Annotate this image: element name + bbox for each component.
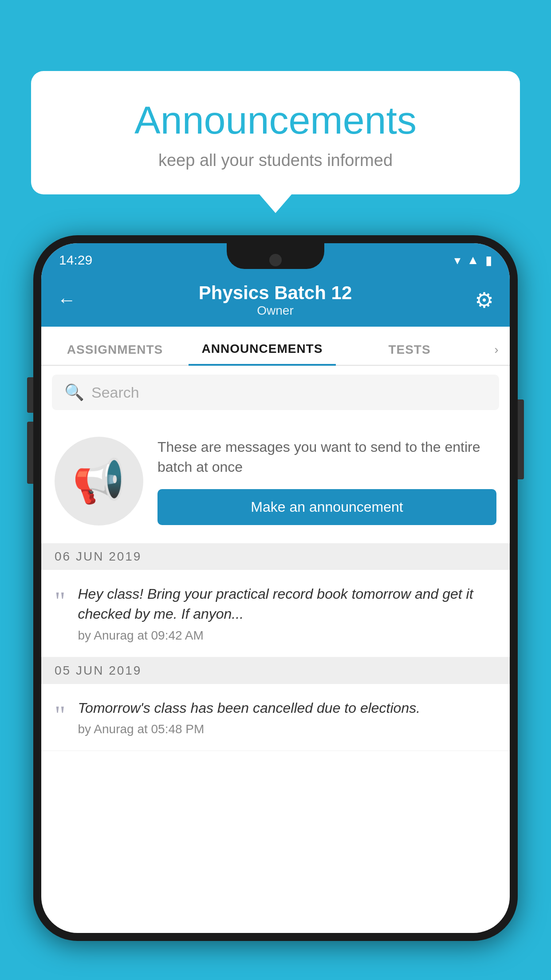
announcement-right: These are messages you want to send to t… [157, 437, 496, 526]
announcement-description: These are messages you want to send to t… [157, 437, 496, 477]
announcement-info-section: 📢 These are messages you want to send to… [41, 419, 510, 543]
status-time: 14:29 [59, 253, 92, 268]
date-divider-1: 06 JUN 2019 [41, 543, 510, 570]
side-button-left2 [27, 422, 33, 484]
side-button-left [27, 377, 33, 413]
announcement-text-1: Hey class! Bring your practical record b… [78, 584, 497, 624]
header-title: Physics Batch 12 [199, 282, 352, 304]
search-placeholder: Search [91, 384, 139, 401]
side-button-right [518, 399, 524, 479]
announcement-item-1[interactable]: " Hey class! Bring your practical record… [41, 570, 510, 657]
header-center: Physics Batch 12 Owner [199, 282, 352, 318]
speech-bubble: Announcements keep all your students inf… [31, 71, 520, 194]
search-section: 🔍 Search [41, 366, 510, 419]
megaphone-icon: 📢 [72, 456, 126, 506]
megaphone-circle: 📢 [55, 437, 143, 526]
battery-icon: ▮ [485, 253, 492, 268]
tab-tests[interactable]: TESTS [336, 343, 483, 365]
tabs-bar: ASSIGNMENTS ANNOUNCEMENTS TESTS › [41, 327, 510, 366]
wifi-icon: ▾ [454, 253, 460, 268]
make-announcement-button[interactable]: Make an announcement [157, 489, 496, 525]
status-icons: ▾ ▲ ▮ [454, 253, 492, 268]
announcement-text-2: Tomorrow's class has been cancelled due … [78, 698, 497, 718]
announcement-content-1: Hey class! Bring your practical record b… [78, 584, 497, 643]
announcement-content-2: Tomorrow's class has been cancelled due … [78, 698, 497, 737]
phone-screen: 14:29 ▾ ▲ ▮ ← Physics Batch 12 Owner ⚙ [41, 243, 510, 933]
search-bar[interactable]: 🔍 Search [52, 375, 499, 410]
tab-assignments[interactable]: ASSIGNMENTS [41, 343, 189, 365]
back-button[interactable]: ← [57, 289, 76, 311]
quote-icon-1: " [55, 584, 66, 614]
announcement-item-2[interactable]: " Tomorrow's class has been cancelled du… [41, 684, 510, 751]
bubble-title: Announcements [53, 98, 498, 143]
signal-icon: ▲ [467, 253, 479, 267]
app-header: ← Physics Batch 12 Owner ⚙ [41, 273, 510, 327]
tab-announcements[interactable]: ANNOUNCEMENTS [189, 342, 336, 366]
announcement-author-1: by Anurag at 09:42 AM [78, 628, 497, 643]
search-icon: 🔍 [64, 383, 84, 402]
phone-outer: 14:29 ▾ ▲ ▮ ← Physics Batch 12 Owner ⚙ [33, 235, 518, 941]
phone-container: 14:29 ▾ ▲ ▮ ← Physics Batch 12 Owner ⚙ [33, 235, 518, 980]
phone-notch [227, 243, 324, 269]
phone-camera [269, 254, 282, 266]
tab-more[interactable]: › [483, 343, 510, 365]
gear-icon[interactable]: ⚙ [475, 288, 494, 312]
bubble-subtitle: keep all your students informed [53, 151, 498, 170]
announcement-author-2: by Anurag at 05:48 PM [78, 722, 497, 736]
header-subtitle: Owner [199, 304, 352, 318]
date-divider-2: 05 JUN 2019 [41, 657, 510, 684]
quote-icon-2: " [55, 698, 66, 728]
